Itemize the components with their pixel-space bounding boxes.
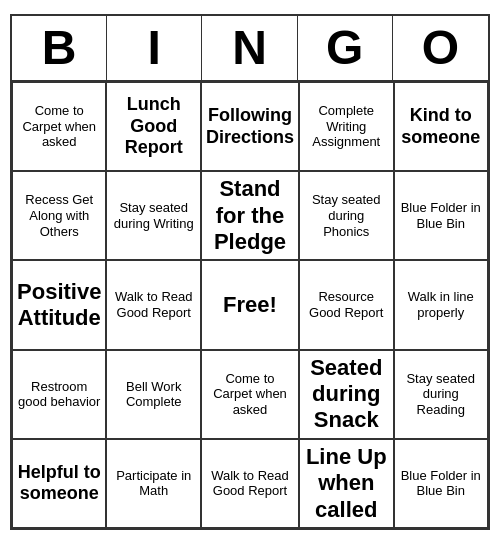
bingo-card: BINGO Come to Carpet when askedLunch Goo…	[10, 14, 490, 530]
bingo-letter-n: N	[202, 16, 297, 80]
bingo-cell-r3c2: Come to Carpet when asked	[201, 350, 299, 439]
bingo-letter-o: O	[393, 16, 488, 80]
bingo-cell-r1c2: Stand for the Pledge	[201, 171, 299, 260]
bingo-header: BINGO	[12, 16, 488, 82]
bingo-cell-r0c4: Kind to someone	[394, 82, 489, 171]
bingo-cell-r3c0: Restroom good behavior	[12, 350, 106, 439]
bingo-cell-r2c1: Walk to Read Good Report	[106, 260, 201, 349]
bingo-cell-r4c4: Blue Folder in Blue Bin	[394, 439, 489, 528]
bingo-cell-r0c2: Following Directions	[201, 82, 299, 171]
bingo-grid: Come to Carpet when askedLunch Good Repo…	[12, 82, 488, 528]
bingo-cell-r0c0: Come to Carpet when asked	[12, 82, 106, 171]
bingo-cell-r0c1: Lunch Good Report	[106, 82, 201, 171]
bingo-cell-r1c1: Stay seated during Writing	[106, 171, 201, 260]
bingo-cell-r4c3: Line Up when called	[299, 439, 393, 528]
bingo-cell-r2c4: Walk in line properly	[394, 260, 489, 349]
bingo-cell-r0c3: Complete Writing Assignment	[299, 82, 393, 171]
bingo-cell-r1c0: Recess Get Along with Others	[12, 171, 106, 260]
bingo-letter-b: B	[12, 16, 107, 80]
bingo-cell-r2c3: Resource Good Report	[299, 260, 393, 349]
bingo-cell-r4c0: Helpful to someone	[12, 439, 106, 528]
bingo-cell-r4c1: Participate in Math	[106, 439, 201, 528]
bingo-cell-r3c3: Seated during Snack	[299, 350, 393, 439]
bingo-letter-g: G	[298, 16, 393, 80]
bingo-cell-r4c2: Walk to Read Good Report	[201, 439, 299, 528]
bingo-cell-r3c1: Bell Work Complete	[106, 350, 201, 439]
bingo-cell-r1c4: Blue Folder in Blue Bin	[394, 171, 489, 260]
bingo-letter-i: I	[107, 16, 202, 80]
bingo-cell-r2c0: Positive Attitude	[12, 260, 106, 349]
bingo-cell-r2c2: Free!	[201, 260, 299, 349]
bingo-cell-r1c3: Stay seated during Phonics	[299, 171, 393, 260]
bingo-cell-r3c4: Stay seated during Reading	[394, 350, 489, 439]
